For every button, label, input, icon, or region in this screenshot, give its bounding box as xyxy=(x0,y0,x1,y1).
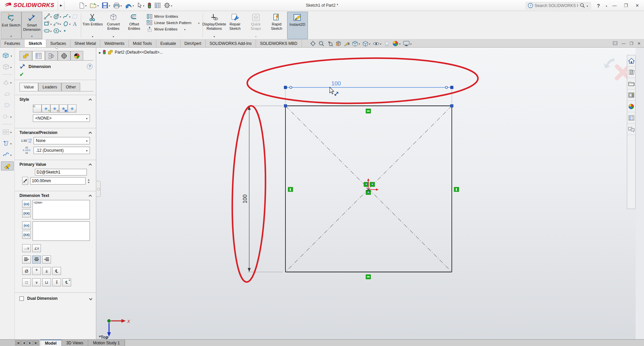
tab-features[interactable]: Features xyxy=(0,40,24,47)
dimension-value-field[interactable] xyxy=(30,177,86,185)
design-library-icon[interactable] xyxy=(627,67,635,78)
spline-tools-flyout[interactable] xyxy=(1,150,14,159)
exit-sketch-button[interactable]: * Exit Sketch xyxy=(1,12,21,39)
precision-dropdown[interactable]: .12 (Document) xyxy=(34,147,90,154)
zoom-to-area-icon[interactable] xyxy=(319,41,324,47)
tolerance-dropdown[interactable]: None xyxy=(34,137,90,144)
menu-expand-arrow[interactable] xyxy=(58,1,64,10)
file-explorer-icon[interactable] xyxy=(627,78,635,89)
first-tab-button[interactable]: |◀ xyxy=(15,340,21,345)
apply-default-style-button[interactable] xyxy=(33,105,42,113)
collapse-dimension-text-chevron[interactable] xyxy=(89,195,92,198)
previous-tab-button[interactable]: ◀ xyxy=(21,340,27,345)
style-dropdown[interactable]: <NONE> xyxy=(33,115,90,122)
property-manager-tab[interactable] xyxy=(32,51,45,60)
point-tool[interactable] xyxy=(62,28,67,33)
degree-symbol-button[interactable] xyxy=(32,267,41,275)
new-document-button[interactable] xyxy=(78,2,88,9)
counterbore-symbol-button[interactable] xyxy=(42,278,51,286)
model-tab[interactable]: Model xyxy=(40,340,62,346)
custom-properties-icon[interactable] xyxy=(627,112,635,124)
tab-solidworks-mbd[interactable]: SOLIDWORKS MBD xyxy=(256,40,302,47)
horizontal-text-button[interactable] xyxy=(22,244,31,252)
previous-view-icon[interactable] xyxy=(327,41,333,46)
settings-gear-icon[interactable] xyxy=(163,2,173,9)
hidden-tool-1[interactable] xyxy=(1,78,14,87)
next-tab-button[interactable]: ▶ xyxy=(27,340,33,345)
dimension-text-below-value-button[interactable] xyxy=(22,231,31,239)
hidden-tool-4[interactable] xyxy=(1,112,14,121)
panel-drag-handle[interactable] xyxy=(55,46,58,49)
collapse-primary-value-chevron[interactable] xyxy=(89,163,92,167)
rebuild-traffic-light-icon[interactable] xyxy=(147,2,152,9)
appearances-icon[interactable] xyxy=(627,101,635,112)
diameter-symbol-button[interactable] xyxy=(22,267,31,275)
display-manager-tab[interactable] xyxy=(70,51,83,60)
sketch-plane-tool[interactable] xyxy=(72,13,78,20)
save-style-button[interactable]: ▣ xyxy=(59,105,68,113)
minimize-button[interactable]: — xyxy=(610,2,619,9)
countersink-symbol-button[interactable] xyxy=(32,278,41,286)
smart-dimension-active-tool[interactable] xyxy=(1,161,14,170)
dock-pane-icon[interactable] xyxy=(613,41,618,46)
dimension-text-secondary-input[interactable] xyxy=(33,221,90,241)
dimension-text-input[interactable]: <DIM> xyxy=(33,200,90,219)
display-style-icon[interactable] xyxy=(363,41,370,47)
linear-sketch-pattern-button[interactable]: Linear Sketch Pattern xyxy=(147,20,200,25)
sketch-annotation-icon[interactable]: A xyxy=(344,41,350,46)
convert-entities-dropdown[interactable] xyxy=(113,34,114,39)
section-view-icon[interactable] xyxy=(336,41,341,46)
view-orientation-flyout[interactable] xyxy=(1,51,14,60)
help-dropdown[interactable] xyxy=(606,3,607,8)
doc-close-icon[interactable]: ✕ xyxy=(637,41,641,46)
restore-button[interactable]: ❐ xyxy=(622,2,630,9)
move-entities-button[interactable]: Move Entities xyxy=(147,26,200,32)
expand-tree-arrow[interactable] xyxy=(99,50,101,55)
help-search-box[interactable]: ? xyxy=(526,2,591,9)
offset-entities-button[interactable]: Offset Entities xyxy=(124,12,145,39)
tab-weldments[interactable]: Weldments xyxy=(100,40,129,47)
arc-tool[interactable] xyxy=(53,20,61,27)
linear-pattern-dropdown[interactable] xyxy=(198,21,200,25)
display-delete-relations-button[interactable]: Display/Delete Relations xyxy=(204,12,225,39)
dimension-text-before-button[interactable] xyxy=(22,200,31,208)
value-spinner[interactable]: ▲▼ xyxy=(88,179,90,184)
more-symbols-button[interactable]: + xyxy=(62,278,71,286)
relation-marker-vertical-left[interactable] xyxy=(288,187,293,192)
open-document-button[interactable] xyxy=(89,2,100,9)
confirmation-corner[interactable] xyxy=(604,58,629,78)
collapse-style-chevron[interactable] xyxy=(89,98,92,101)
justify-right-button[interactable] xyxy=(42,256,51,264)
justify-left-button[interactable] xyxy=(22,256,31,264)
pattern-flyout[interactable] xyxy=(1,127,14,136)
tab-surfaces[interactable]: Surfaces xyxy=(46,40,70,47)
dimension-name-field[interactable] xyxy=(35,169,87,176)
help-menu-button[interactable]: ? xyxy=(594,2,602,9)
leaders-tab[interactable]: Leaders xyxy=(38,83,61,91)
dimension-top[interactable]: 100 xyxy=(284,80,453,104)
reference-geometry-flyout[interactable] xyxy=(1,139,14,148)
add-style-button[interactable]: + xyxy=(42,105,50,113)
home-icon[interactable] xyxy=(627,55,635,67)
tab-solidworks-add-ins[interactable]: SOLIDWORKS Add-Ins xyxy=(206,40,256,47)
tab-sheet-metal[interactable]: Sheet Metal xyxy=(70,40,100,47)
justify-center-button[interactable] xyxy=(32,256,41,264)
tab-sketch[interactable]: Sketch xyxy=(24,40,46,47)
square-symbol-button[interactable] xyxy=(22,278,31,286)
load-style-button[interactable]: ↓ xyxy=(68,105,76,113)
modify-value-button[interactable] xyxy=(22,177,28,185)
sketch-viewport[interactable]: 100 100 xyxy=(96,48,636,339)
ok-checkmark-button[interactable] xyxy=(19,73,24,77)
graphics-area[interactable]: Part2 (Default<<Default>... 100 xyxy=(96,48,636,339)
spline-tool[interactable] xyxy=(62,13,71,20)
rapid-sketch-button[interactable]: Rapid Sketch xyxy=(266,12,287,39)
hide-show-items-icon[interactable] xyxy=(373,41,381,46)
3d-views-tab[interactable]: 3D Views xyxy=(62,340,88,346)
forum-icon[interactable] xyxy=(627,124,635,135)
zoom-to-fit-icon[interactable] xyxy=(310,41,316,47)
dimension-text-value-button[interactable] xyxy=(22,209,31,217)
relation-marker-horizontal-top[interactable] xyxy=(366,109,371,113)
doc-restore-icon[interactable]: ❐ xyxy=(630,41,633,46)
move-entities-dropdown[interactable] xyxy=(184,27,185,31)
dimension-text-below-button[interactable] xyxy=(22,221,31,229)
